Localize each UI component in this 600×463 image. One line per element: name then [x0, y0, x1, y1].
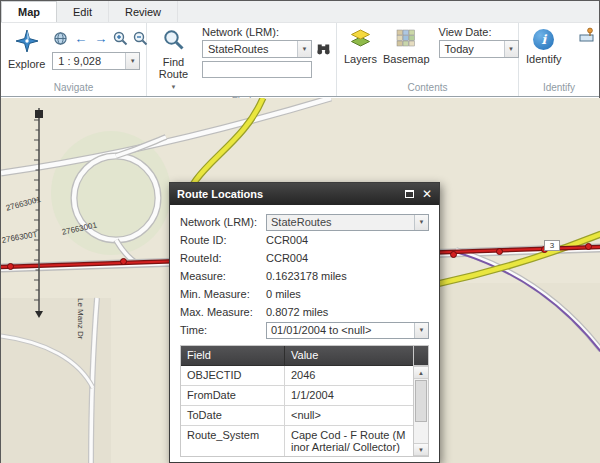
- find-route-magnifier-icon: [163, 29, 185, 53]
- route-shield: 3: [544, 240, 560, 251]
- binoculars-icon[interactable]: [315, 41, 332, 58]
- close-icon[interactable]: ✕: [422, 188, 432, 200]
- view-date-value: Today: [445, 43, 474, 55]
- group-label-contents: Contents: [337, 82, 518, 96]
- explore-compass-icon: [15, 29, 39, 55]
- cell-field: OBJECTID: [181, 366, 285, 385]
- scrollbar-track[interactable]: [414, 379, 428, 443]
- chevron-down-icon: ▼: [125, 53, 139, 69]
- find-route-label: Find Route: [154, 56, 193, 80]
- field-row-time: Time: 01/01/2004 to <null> ▼: [180, 321, 429, 339]
- field-value: StateRoutes: [271, 216, 332, 228]
- identify-info-icon: i: [533, 29, 554, 50]
- identify-location-icon[interactable]: [578, 26, 596, 44]
- cell-value: 1/1/2004: [285, 386, 413, 405]
- layers-label: Layers: [344, 53, 377, 65]
- group-find: Find Route ▼ Network (LRM): StateRoutes …: [147, 23, 337, 96]
- route-point-marker[interactable]: [120, 258, 127, 265]
- basemap-label: Basemap: [383, 53, 429, 65]
- table-row[interactable]: FromDate 1/1/2004: [181, 386, 413, 406]
- group-label-navigate: Navigate: [1, 82, 146, 96]
- field-label: Time:: [180, 324, 266, 336]
- time-select[interactable]: 01/01/2004 to <null> ▼: [266, 322, 429, 339]
- chevron-down-icon: ▼: [414, 323, 428, 338]
- app-window: Map Edit Review Explore: [0, 0, 600, 463]
- land-patch: [431, 283, 600, 463]
- ribbon-tab-bar: Map Edit Review: [1, 1, 599, 23]
- vertical-ruler: [34, 108, 43, 318]
- field-row-measure: Measure: 0.1623178 miles: [180, 267, 429, 285]
- scroll-down-icon[interactable]: ▼: [414, 443, 428, 456]
- chevron-down-icon: ▼: [504, 41, 518, 57]
- cell-value: <null>: [285, 406, 413, 425]
- field-value: 01/01/2004 to <null>: [271, 324, 371, 336]
- field-label: Network (LRM):: [180, 216, 266, 228]
- table-scrollbar[interactable]: ▲ ▼: [413, 346, 428, 456]
- secondary-road-casing: [1, 98, 331, 173]
- tab-review[interactable]: Review: [109, 1, 178, 22]
- network-lrm-value: StateRoutes: [208, 43, 269, 55]
- field-row-route-id: Route ID: CCR004: [180, 231, 429, 249]
- basemap-icon: [396, 29, 416, 50]
- chevron-down-icon: ▼: [414, 215, 428, 230]
- field-value: 0.8072 miles: [266, 306, 429, 318]
- view-date-select[interactable]: Today ▼: [439, 40, 519, 58]
- scrollbar-thumb[interactable]: [415, 380, 427, 422]
- scrollbar-header-cap: [414, 346, 428, 366]
- table-row[interactable]: ToDate <null>: [181, 406, 413, 426]
- basemap-button[interactable]: Basemap: [380, 26, 432, 82]
- column-header-field: Field: [181, 346, 285, 365]
- field-label: Min. Measure:: [180, 288, 266, 300]
- group-label-identify: Identify: [519, 82, 599, 96]
- network-lrm-label: Network (LRM):: [202, 26, 332, 40]
- identify-label: Identify: [526, 53, 561, 65]
- group-contents: Layers Basemap View Date: To: [337, 23, 519, 96]
- group-identify: i Identify Identify: [519, 23, 599, 96]
- find-route-button[interactable]: Find Route ▼: [151, 26, 196, 96]
- previous-extent-icon[interactable]: ←: [72, 30, 89, 47]
- route-locations-dialog: Route Locations ✕ Network (LRM): StateRo…: [169, 182, 440, 463]
- route-point-marker[interactable]: [450, 251, 457, 258]
- table-row[interactable]: Route_System Cape Cod - F Route (Minor A…: [181, 426, 413, 456]
- field-row-routeid: RouteId: CCR004: [180, 249, 429, 267]
- explore-button[interactable]: Explore: [5, 26, 48, 82]
- route-point-marker[interactable]: [7, 263, 14, 270]
- field-label: Route ID:: [180, 234, 266, 246]
- table-header-row: Field Value: [181, 346, 413, 366]
- field-value: 0 miles: [266, 288, 429, 300]
- field-row-network: Network (LRM): StateRoutes ▼: [180, 213, 429, 231]
- field-label: RouteId:: [180, 252, 266, 264]
- route-id-input[interactable]: [202, 61, 312, 78]
- field-value: CCR004: [266, 252, 429, 264]
- layers-button[interactable]: Layers: [341, 26, 380, 82]
- route-point-marker[interactable]: [496, 248, 503, 255]
- zoom-in-icon[interactable]: [112, 30, 129, 47]
- chevron-down-icon: ▼: [171, 81, 177, 93]
- network-lrm-select[interactable]: StateRoutes ▼: [202, 40, 312, 58]
- attributes-table: Field Value OBJECTID 2046 FromDate 1/1/2…: [180, 345, 429, 457]
- cell-field: ToDate: [181, 406, 285, 425]
- field-label: Measure:: [180, 270, 266, 282]
- route-point-marker[interactable]: [585, 243, 592, 250]
- cell-field: FromDate: [181, 386, 285, 405]
- view-date-label: View Date:: [439, 26, 519, 40]
- next-extent-icon[interactable]: →: [92, 30, 109, 47]
- scroll-up-icon[interactable]: ▲: [414, 366, 428, 379]
- explore-label: Explore: [8, 58, 45, 70]
- tab-edit[interactable]: Edit: [57, 1, 109, 22]
- dialog-titlebar[interactable]: Route Locations ✕: [170, 183, 439, 205]
- dialog-body: Network (LRM): StateRoutes ▼ Route ID: C…: [170, 205, 439, 462]
- table-row[interactable]: OBJECTID 2046: [181, 366, 413, 386]
- maximize-icon[interactable]: [405, 190, 414, 198]
- full-extent-icon[interactable]: [52, 30, 69, 47]
- network-lrm-dialog-select[interactable]: StateRoutes ▼: [266, 214, 429, 231]
- field-value: CCR004: [266, 234, 429, 246]
- column-header-value: Value: [285, 346, 413, 365]
- chevron-down-icon: ▼: [297, 41, 311, 57]
- group-navigate: Explore ← →: [1, 23, 147, 96]
- scale-combo[interactable]: 1 : 9,028 ▼: [52, 52, 140, 70]
- tab-map[interactable]: Map: [1, 1, 57, 22]
- layers-icon: [350, 29, 371, 50]
- field-value: 0.1623178 miles: [266, 270, 429, 282]
- identify-button[interactable]: i Identify: [523, 26, 564, 82]
